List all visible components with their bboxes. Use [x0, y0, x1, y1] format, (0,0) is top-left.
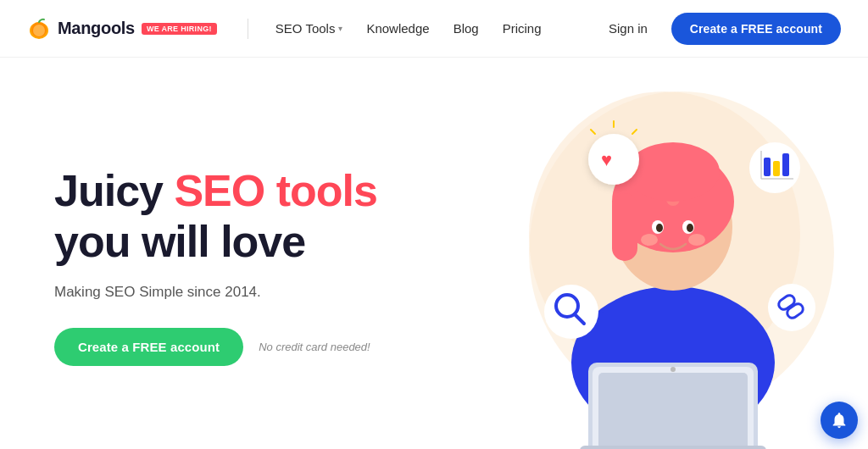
hero-subtitle: Making SEO Simple since 2014. — [54, 284, 461, 301]
nav-knowledge[interactable]: Knowledge — [356, 14, 439, 42]
logo-text: Mangools — [58, 19, 135, 38]
create-account-nav-button[interactable]: Create a FREE account — [671, 13, 841, 45]
nav-blog[interactable]: Blog — [443, 14, 489, 42]
hiring-badge: We are hiring! — [142, 23, 217, 35]
svg-point-14 — [656, 224, 663, 232]
svg-rect-31 — [782, 153, 789, 176]
hero-title: Juicy SEO toolsyou will love — [54, 166, 461, 268]
hero-title-part1: Juicy — [54, 166, 174, 215]
hero-section: Juicy SEO toolsyou will love Making SEO … — [0, 58, 868, 449]
nav-divider — [248, 19, 248, 39]
no-credit-card-text: No credit card needed! — [259, 341, 370, 353]
svg-point-16 — [641, 234, 658, 246]
navbar: Mangools We are hiring! SEO Tools ▾ Know… — [0, 0, 868, 58]
chevron-down-icon: ▾ — [338, 24, 342, 33]
bell-icon — [830, 411, 849, 430]
svg-rect-29 — [764, 158, 771, 176]
hero-svg-illustration: ♥ — [461, 58, 851, 449]
svg-point-2 — [33, 25, 45, 36]
svg-point-22 — [670, 367, 676, 372]
sign-in-button[interactable]: Sign in — [598, 14, 658, 42]
hero-title-part2: you will love — [54, 217, 305, 266]
svg-point-17 — [688, 234, 705, 246]
svg-rect-21 — [580, 446, 766, 449]
svg-point-15 — [687, 224, 693, 232]
nav-seo-tools[interactable]: SEO Tools ▾ — [265, 14, 353, 42]
svg-rect-30 — [773, 161, 780, 176]
hero-cta-row: Create a FREE account No credit card nee… — [54, 328, 461, 366]
svg-text:♥: ♥ — [601, 149, 612, 170]
create-account-hero-button[interactable]: Create a FREE account — [54, 328, 243, 366]
hero-content: Juicy SEO toolsyou will love Making SEO … — [54, 166, 461, 367]
logo-area: Mangools We are hiring! — [27, 17, 217, 41]
svg-point-23 — [588, 134, 639, 185]
svg-point-34 — [544, 285, 598, 339]
nav-links: SEO Tools ▾ Knowledge Blog Pricing — [265, 14, 598, 42]
mangools-logo-icon — [27, 17, 51, 41]
svg-point-11 — [626, 142, 720, 202]
hero-title-highlight: SEO tools — [174, 166, 376, 215]
svg-rect-20 — [598, 373, 748, 449]
nav-actions: Sign in Create a FREE account — [598, 13, 841, 45]
svg-rect-9 — [612, 193, 637, 261]
notification-bell-button[interactable] — [821, 402, 858, 439]
nav-pricing[interactable]: Pricing — [492, 14, 552, 42]
hero-illustration: ♥ — [461, 58, 851, 449]
